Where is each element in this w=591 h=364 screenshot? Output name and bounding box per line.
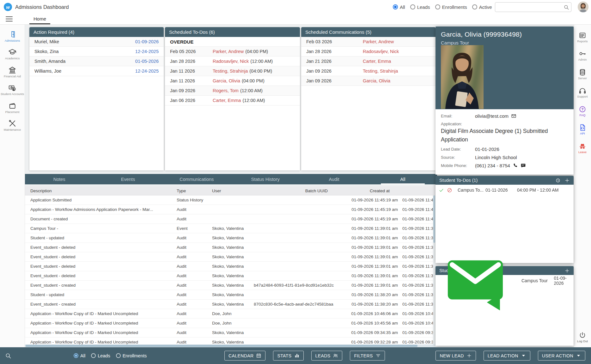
leads-button[interactable]: LEADS — [311, 351, 343, 361]
col-batch-uuid[interactable]: Batch UUID — [254, 188, 349, 193]
table-row[interactable]: Application - Workflow Copy of ID - Mark… — [25, 309, 436, 319]
col-description[interactable]: Description — [25, 188, 177, 193]
bottom-radio-leads[interactable]: Leads — [91, 353, 110, 358]
sms-icon[interactable] — [521, 163, 526, 168]
rightbar-item-faq[interactable]: ?FAQ — [574, 105, 591, 117]
table-row[interactable]: Application - Workflow Admissions Applic… — [25, 205, 436, 214]
search-box[interactable] — [495, 2, 571, 12]
due-date[interactable]: 01-09-2026 — [135, 39, 159, 44]
student-link[interactable]: Williams, Joe — [34, 69, 135, 74]
sidebar-item-financial-aid[interactable]: Financial Aid — [0, 66, 25, 78]
student-link[interactable]: Garcia, Olivia — [363, 78, 390, 83]
table-row[interactable]: Application SubmittedStatus History01-09… — [25, 195, 436, 205]
radio-icon[interactable] — [74, 353, 78, 358]
student-link[interactable]: Parker, Andrew — [363, 39, 394, 44]
bottom-search-icon[interactable] — [5, 353, 11, 359]
student-link[interactable]: Parker, Andrew — [213, 49, 244, 54]
scheduled-communication-row[interactable]: Jan 28 2026Radosavljev, Nick — [301, 47, 436, 57]
rightbar-item-support[interactable]: Support — [574, 87, 591, 98]
sidebar-item-academics[interactable]: Academics — [0, 48, 25, 60]
student-link[interactable]: Smith, Amanda — [34, 59, 135, 64]
table-row[interactable]: Student - updatedAuditSkoko, Valentina01… — [25, 290, 436, 300]
phone-icon[interactable] — [513, 163, 518, 168]
scheduled-communication-row[interactable]: Jan 21 2026Carter, Emma — [301, 57, 436, 66]
tab-audit[interactable]: Audit — [300, 174, 368, 184]
tab-events[interactable]: Events — [94, 174, 162, 184]
scheduled-todo-row[interactable]: Jan 11 2026Testing, Strahinja(04:00 PM) — [165, 66, 300, 76]
add-todo-icon[interactable] — [564, 178, 570, 183]
student-communication-row[interactable]: Campus Tour01-09-2026 — [436, 275, 574, 284]
student-link[interactable]: Radosavljev, Nick — [213, 59, 249, 64]
student-link[interactable]: Garcia, Olivia — [213, 78, 240, 83]
ban-icon[interactable] — [447, 188, 452, 193]
col-created-at[interactable]: Created at — [349, 188, 402, 193]
student-link[interactable]: Testing, Strahinja — [363, 69, 398, 74]
horizontal-scrollbar[interactable] — [25, 344, 436, 347]
student-link[interactable]: Skoko, Zina — [34, 49, 135, 54]
rightbar-item-reports[interactable]: Reports — [574, 32, 591, 43]
table-row[interactable]: Campus Tour -EventSkoko, Valentina01-09-… — [25, 224, 436, 233]
table-row[interactable]: Event_student - deletedAuditSkoko, Valen… — [25, 262, 436, 271]
tab-communications[interactable]: Communications — [162, 174, 231, 184]
calendar-button[interactable]: CALENDAR — [224, 351, 265, 361]
radio-icon[interactable] — [116, 353, 121, 358]
sidebar-item-admissions[interactable]: Admissions — [0, 30, 25, 42]
rightbar-item-admin[interactable]: Admin — [574, 50, 591, 61]
tab-home[interactable]: Home — [29, 14, 50, 24]
rightbar-item-api[interactable]: API — [574, 124, 591, 135]
radio-icon[interactable] — [435, 4, 440, 9]
col-type[interactable]: Type — [177, 188, 212, 193]
top-radio-all[interactable]: All — [393, 4, 405, 10]
rightbar-item-log-out[interactable]: Log Out — [574, 331, 591, 343]
col-user[interactable]: User — [212, 188, 254, 193]
student-link[interactable]: Rogers, Tom — [213, 88, 239, 93]
search-input[interactable] — [495, 3, 564, 12]
envelope-icon[interactable] — [511, 113, 516, 119]
vertical-scrollbar[interactable] — [433, 195, 436, 347]
scheduled-communication-row[interactable]: Feb 03 2026Parker, Andrew — [301, 37, 436, 47]
student-link[interactable]: Radosavljev, Nick — [363, 49, 399, 54]
student-link[interactable]: Testing, Strahinja — [213, 69, 248, 74]
rightbar-item-leave[interactable]: Leave — [574, 142, 591, 154]
stats-button[interactable]: STATS — [273, 351, 303, 361]
action-required-row[interactable]: Skoko, Zina12-24-2025 — [29, 47, 164, 57]
add-communication-icon[interactable] — [564, 268, 570, 273]
due-date[interactable]: 01-05-2026 — [135, 59, 159, 64]
user-avatar[interactable] — [578, 2, 588, 12]
action-required-row[interactable]: Smith, Amanda01-05-2026 — [29, 57, 164, 66]
table-row[interactable]: Event_student - deletedAuditSkoko, Valen… — [25, 271, 436, 281]
tab-notes[interactable]: Notes — [25, 174, 94, 184]
student-link[interactable]: Muriel, Mike — [34, 39, 135, 44]
table-row[interactable]: Document - createdAudit01-09-2026 11:45:… — [25, 214, 436, 224]
communication-title[interactable]: Campus Tour — [521, 278, 554, 283]
due-date[interactable]: 12-24-2025 — [135, 49, 159, 54]
lead-action-button[interactable]: LEAD ACTION — [484, 351, 530, 361]
table-row[interactable]: Event_student - deletedAuditSkoko, Valen… — [25, 252, 436, 262]
scheduled-communication-row[interactable]: Jan 09 2026Garcia, Olivia — [301, 76, 436, 86]
tab-all[interactable]: All — [369, 174, 437, 184]
bottom-radio-enrollments[interactable]: Enrollments — [116, 353, 147, 358]
scheduled-todo-row[interactable]: Feb 05 2026Parker, Andrew(04:00 PM) — [165, 47, 300, 57]
radio-icon[interactable] — [91, 353, 96, 358]
sidebar-item-maintenance[interactable]: Maintenance — [0, 119, 25, 131]
student-todo-row[interactable]: Campus To...01-11-202604:00 PM - 12:00 A… — [436, 185, 574, 194]
scheduled-todo-row[interactable]: Jan 28 2026Radosavljev, Nick(12:00 AM) — [165, 57, 300, 66]
table-row[interactable]: Event_student - createdAuditSkoko, Valen… — [25, 300, 436, 309]
top-radio-leads[interactable]: Leads — [410, 4, 430, 10]
scheduled-todo-row[interactable]: Jan 09 2026Rogers, Tom(12:00 AM) — [165, 86, 300, 96]
rightbar-item-server[interactable]: Server — [574, 69, 591, 80]
action-required-row[interactable]: Muriel, Mike01-09-2026 — [29, 37, 164, 47]
scheduled-todo-row[interactable]: Jan 06 2026Carter, Emma(12:00 AM) — [165, 96, 300, 105]
filters-button[interactable]: FILTERS — [350, 351, 385, 361]
user-action-button[interactable]: USER ACTION — [538, 351, 585, 361]
top-radio-enrollments[interactable]: Enrollments — [435, 4, 467, 10]
table-row[interactable]: Student - updatedAuditSkoko, Valentina01… — [25, 233, 436, 243]
due-date[interactable]: 12-24-2025 — [135, 69, 159, 74]
table-row[interactable]: Application - Workflow Copy of ID - Mark… — [25, 328, 436, 337]
top-radio-active[interactable]: Active — [472, 4, 492, 10]
search-icon[interactable] — [564, 4, 569, 10]
email-value[interactable]: olivia@test.com — [475, 113, 509, 119]
radio-icon[interactable] — [410, 4, 415, 9]
history-clock-icon[interactable] — [555, 178, 561, 183]
sidebar-item-student-accounts[interactable]: Student Accounts — [0, 84, 25, 96]
